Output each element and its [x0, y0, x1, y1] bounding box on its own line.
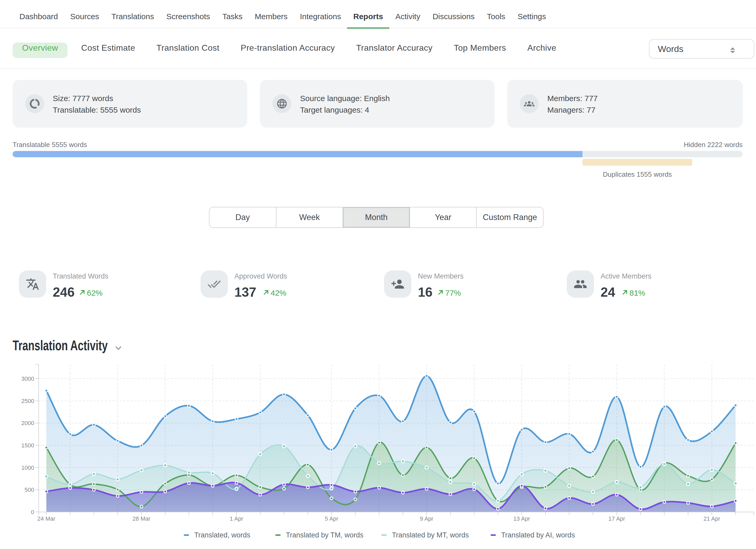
svg-text:2500: 2500: [21, 398, 34, 404]
svg-text:1500: 1500: [21, 442, 34, 449]
svg-text:21 Apr: 21 Apr: [703, 515, 720, 522]
svg-text:24 Mar: 24 Mar: [37, 515, 55, 522]
svg-text:0: 0: [31, 509, 34, 515]
svg-text:1 Apr: 1 Apr: [230, 515, 243, 522]
svg-text:1000: 1000: [21, 464, 34, 471]
svg-text:500: 500: [24, 487, 34, 493]
svg-text:3000: 3000: [21, 375, 34, 382]
svg-text:13 Apr: 13 Apr: [513, 515, 530, 522]
svg-text:28 Mar: 28 Mar: [133, 515, 150, 522]
svg-text:5 Apr: 5 Apr: [325, 515, 338, 522]
svg-text:9 Apr: 9 Apr: [420, 515, 433, 522]
svg-text:2000: 2000: [21, 420, 34, 426]
svg-text:17 Apr: 17 Apr: [608, 515, 625, 522]
